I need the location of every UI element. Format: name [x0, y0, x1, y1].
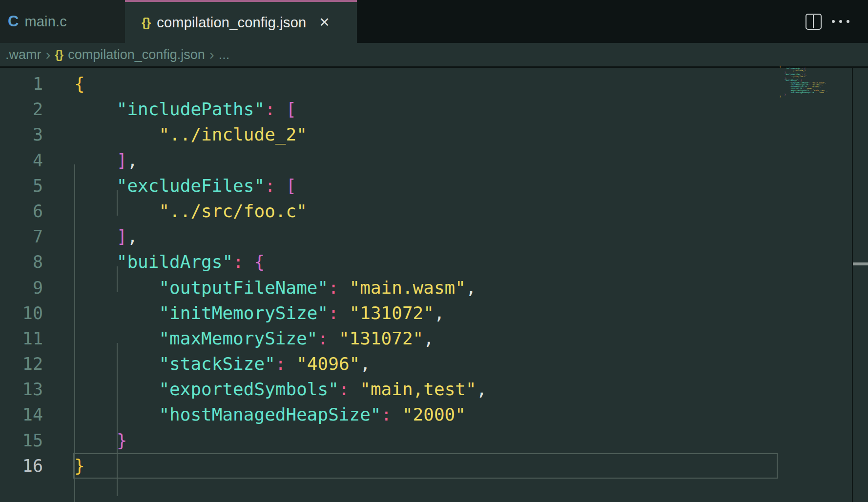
code-lines: 1{2 "includePaths": [3 "../include_2"4 ]… — [0, 71, 868, 479]
tab-bar: C main.c {} compilation_config.json ✕ — [0, 0, 868, 43]
code-line: 5 "excludeFiles": [ — [0, 173, 868, 199]
line-number[interactable]: 2 — [0, 97, 43, 122]
line-number[interactable]: 7 — [0, 224, 43, 249]
split-editor-icon[interactable] — [806, 14, 822, 30]
code-line-text[interactable]: "exportedSymbols": "main,test", — [43, 377, 487, 402]
line-number[interactable]: 1 — [0, 71, 43, 97]
line-number[interactable]: 16 — [0, 453, 43, 479]
editor-pane: 1{2 "includePaths": [3 "../include_2"4 ]… — [0, 68, 868, 502]
code-line: 4 ], — [0, 148, 868, 173]
line-number[interactable]: 10 — [0, 301, 43, 326]
breadcrumb-folder[interactable]: .wamr — [5, 47, 41, 62]
breadcrumb-more[interactable]: ... — [219, 47, 230, 62]
line-number[interactable]: 4 — [0, 148, 43, 173]
code-line-text[interactable]: "../include_2" — [43, 122, 307, 147]
line-number[interactable]: 12 — [0, 351, 43, 377]
code-line-text[interactable]: ], — [43, 224, 138, 249]
line-number[interactable]: 9 — [0, 275, 43, 301]
line-number[interactable]: 3 — [0, 122, 43, 147]
code-line-text[interactable]: "buildArgs": { — [43, 249, 265, 275]
breadcrumb-file[interactable]: compilation_config.json — [68, 47, 205, 62]
line-number[interactable]: 14 — [0, 402, 43, 427]
line-number[interactable]: 6 — [0, 199, 43, 224]
more-actions-icon[interactable] — [832, 20, 849, 23]
tab-compilation-config[interactable]: {} compilation_config.json ✕ — [125, 0, 357, 43]
code-line-text[interactable]: { — [43, 71, 85, 97]
code-line: 11 "maxMemorySize": "131072", — [0, 326, 868, 351]
code-line: 16} — [0, 453, 868, 479]
code-line: 12 "stackSize": "4096", — [0, 351, 868, 377]
line-number[interactable]: 13 — [0, 377, 43, 402]
minimap-content: { "includePaths": [ "../include_2" ], "e… — [780, 66, 848, 98]
line-number[interactable]: 8 — [0, 249, 43, 275]
tab-main-c-label: main.c — [24, 14, 67, 30]
c-file-icon: C — [8, 13, 19, 30]
code-line: 14 "hostManagedHeapSize": "2000" — [0, 402, 868, 427]
minimap-divider — [852, 68, 853, 502]
code-line: 7 ], — [0, 224, 868, 249]
chevron-right-icon: › — [209, 47, 214, 62]
code-line: 6 "../src/foo.c" — [0, 199, 868, 224]
indent-guide — [117, 190, 118, 216]
tab-bar-actions — [357, 0, 868, 43]
code-line: 13 "exportedSymbols": "main,test", — [0, 377, 868, 402]
code-line-text[interactable]: "initMemorySize": "131072", — [43, 301, 445, 326]
code-line-text[interactable]: "maxMemorySize": "131072", — [43, 326, 434, 351]
code-line-text[interactable]: } — [43, 453, 85, 479]
code-line: 2 "includePaths": [ — [0, 97, 868, 122]
code-line: 10 "initMemorySize": "131072", — [0, 301, 868, 326]
indent-guide — [117, 343, 118, 496]
code-line: 1{ — [0, 71, 868, 97]
line-number[interactable]: 11 — [0, 326, 43, 351]
breadcrumb-json-icon: {} — [55, 48, 63, 61]
code-line-text[interactable]: "outputFileName": "main.wasm", — [43, 275, 476, 301]
code-line-text[interactable]: "../src/foo.c" — [43, 199, 307, 224]
minimap[interactable]: { "includePaths": [ "../include_2" ], "e… — [780, 66, 848, 98]
code-line-text[interactable]: "stackSize": "4096", — [43, 351, 371, 377]
code-line: 15 } — [0, 428, 868, 453]
code-line-text[interactable]: "includePaths": [ — [43, 97, 296, 122]
tab-compilation-config-label: compilation_config.json — [157, 15, 306, 31]
close-tab-icon[interactable]: ✕ — [319, 16, 330, 29]
indent-guide — [117, 266, 118, 292]
line-number[interactable]: 15 — [0, 428, 43, 453]
code-line: 8 "buildArgs": { — [0, 249, 868, 275]
overview-ruler-cursor-marker[interactable] — [853, 262, 868, 265]
tab-main-c[interactable]: C main.c — [0, 0, 125, 43]
line-number[interactable]: 5 — [0, 173, 43, 199]
chevron-right-icon: › — [46, 47, 51, 62]
code-line: 9 "outputFileName": "main.wasm", — [0, 275, 868, 301]
code-line-text[interactable]: "hostManagedHeapSize": "2000" — [43, 402, 466, 427]
code-line: 3 "../include_2" — [0, 122, 868, 147]
json-file-icon: {} — [142, 15, 150, 30]
indent-guide — [74, 164, 75, 502]
code-line-text[interactable]: } — [43, 428, 127, 453]
code-line-text[interactable]: ], — [43, 148, 138, 173]
breadcrumb: .wamr › {} compilation_config.json › ... — [0, 43, 868, 66]
code-line-text[interactable]: "excludeFiles": [ — [43, 173, 296, 199]
